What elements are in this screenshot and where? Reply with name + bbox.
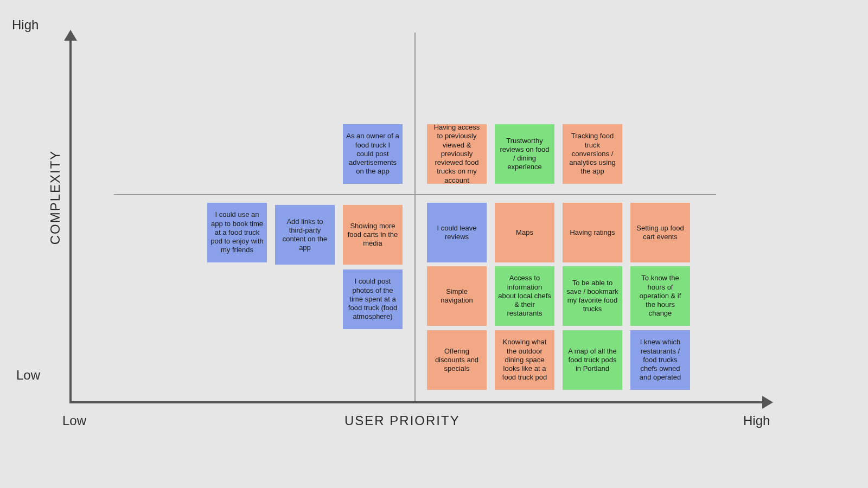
x-axis-title: USER PRIORITY: [344, 413, 460, 428]
card-tracking-analytics[interactable]: Tracking food truck conversions / analyt…: [563, 124, 622, 184]
card-maps[interactable]: Maps: [495, 203, 554, 262]
card-discounts-specials[interactable]: Offering discounts and specials: [427, 330, 487, 390]
y-axis-arrow-icon: [64, 30, 77, 41]
card-simple-navigation[interactable]: Simple navigation: [427, 266, 487, 326]
y-axis-high-label: High: [12, 17, 39, 33]
card-more-carts-media[interactable]: Showing more food carts in the media: [343, 205, 403, 265]
x-axis-arrow-icon: [762, 396, 773, 409]
card-trustworthy-reviews[interactable]: Trustworthy reviews on food / dining exp…: [495, 124, 554, 184]
x-axis-low-label: Low: [62, 413, 86, 428]
card-which-chefs-owned[interactable]: I knew which restaurants / food trucks c…: [630, 330, 690, 390]
x-axis-high-label: High: [743, 413, 770, 428]
card-local-chefs-info[interactable]: Access to information about local chefs …: [495, 266, 554, 326]
quadrant-divider-horizontal: [114, 194, 716, 195]
x-axis-line: [69, 401, 764, 403]
card-third-party-links[interactable]: Add links to third-party content on the …: [275, 205, 335, 265]
card-save-bookmark[interactable]: To be able to save / bookmark my favorit…: [563, 266, 622, 326]
y-axis-title: COMPLEXITY: [48, 150, 63, 245]
card-post-photos[interactable]: I could post photos of the time spent at…: [343, 269, 403, 329]
card-outdoor-dining-space[interactable]: Knowing what the outdoor dining space lo…: [495, 330, 554, 390]
card-previously-viewed[interactable]: Having access to previously viewed & pre…: [427, 124, 487, 184]
card-owner-ads[interactable]: As an owner of a food truck I could post…: [343, 124, 403, 184]
y-axis-low-label: Low: [16, 368, 40, 383]
card-having-ratings[interactable]: Having ratings: [563, 203, 622, 262]
y-axis-line: [69, 38, 72, 402]
card-leave-reviews[interactable]: I could leave reviews: [427, 203, 487, 262]
card-food-cart-events[interactable]: Setting up food cart events: [630, 203, 690, 262]
card-book-time[interactable]: I could use an app to book time at a foo…: [207, 203, 267, 262]
quadrant-divider-vertical: [414, 33, 416, 401]
card-hours-operation[interactable]: To know the hours of operation & if the …: [630, 266, 690, 326]
card-map-pods-portland[interactable]: A map of all the food truck pods in Port…: [563, 330, 622, 390]
